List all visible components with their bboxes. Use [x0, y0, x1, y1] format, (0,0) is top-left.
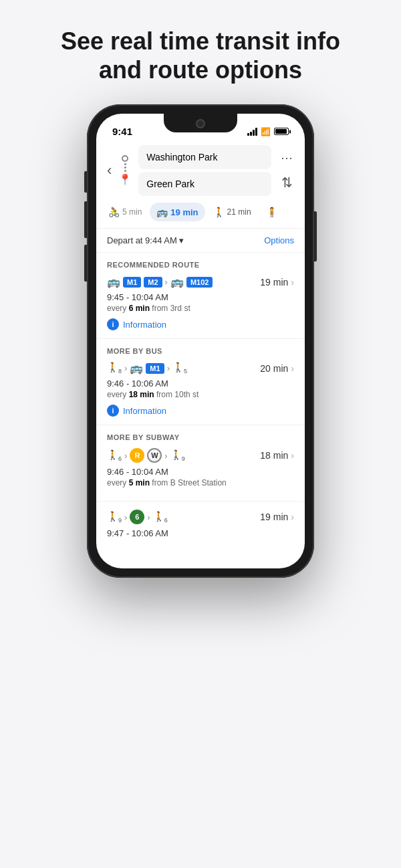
walk-sub-5: 9: [118, 517, 122, 524]
phone-mockup: 9:41 📶 ‹: [87, 104, 314, 578]
connector-dot2: [124, 167, 126, 169]
signal-icon: [247, 128, 257, 136]
badge-m1: M1: [123, 277, 141, 288]
phone-shell: 9:41 📶 ‹: [87, 104, 314, 578]
connector-dot3: [124, 170, 126, 172]
bus-tab-icon: 🚌: [156, 207, 168, 217]
route-arrow-5: ›: [164, 451, 167, 461]
transport-tabs: 🚴 5 min 🚌 19 min 🚶 21 min 🧍: [96, 196, 305, 229]
destination-pin: 📍: [118, 173, 132, 186]
search-actions: ⋯ ⇅: [275, 148, 298, 193]
recommended-info-label: Information: [123, 320, 166, 330]
chevron-icon-1: ›: [291, 277, 294, 288]
status-time: 9:41: [112, 126, 132, 137]
badge-w: W: [147, 448, 162, 463]
more-bus-duration: 20 min ›: [260, 363, 294, 374]
search-fields: [138, 145, 271, 196]
more-subway-freq: every 5 min from B Street Station: [107, 478, 294, 487]
route-arrow-6: ›: [124, 512, 127, 522]
connector-dot1: [124, 163, 126, 165]
tab-bike-label: 5 min: [122, 207, 142, 217]
more-subway-route-row[interactable]: 🚶6 › R W › 🚶9 18 min ›: [107, 448, 294, 463]
more-subway-section: MORE BY SUBWAY 🚶6 › R W › 🚶9 18 min ›: [96, 425, 305, 502]
route-arrow-3: ›: [167, 363, 170, 373]
more-bus-info-link[interactable]: i Information: [107, 405, 294, 417]
search-area: ‹ 📍 ⋯ ⇅: [96, 141, 305, 196]
phone-screen: 9:41 📶 ‹: [96, 114, 305, 568]
walk-icon-1: 🚶8: [107, 362, 122, 374]
walk-sub-4: 9: [182, 455, 185, 462]
bottom-route-times: 9:47 - 10:06 AM: [107, 528, 294, 538]
swap-button[interactable]: ⇅: [279, 172, 295, 193]
more-subway-icons: 🚶6 › R W › 🚶9: [107, 448, 185, 463]
info-icon-1: i: [107, 318, 119, 330]
more-subway-label: MORE BY SUBWAY: [107, 433, 294, 441]
walk-sub-3: 6: [118, 455, 122, 462]
route-connector: 📍: [118, 155, 132, 186]
page-headline: See real time transit info and route opt…: [34, 0, 367, 104]
walk-icon-2: 🚶5: [172, 362, 187, 374]
back-button[interactable]: ‹: [104, 159, 114, 182]
recommended-duration: 19 min ›: [260, 277, 294, 288]
walk-icon-6: 🚶6: [153, 511, 168, 524]
depart-time[interactable]: Depart at 9:44 AM ▾: [107, 235, 184, 245]
more-bus-route-row[interactable]: 🚶8 › 🚌 M1 › 🚶5 20 min ›: [107, 362, 294, 374]
tab-walk-label: 21 min: [227, 207, 251, 217]
bottom-route-section: 🚶9 › 6 › 🚶6 19 min › 9:47 - 10:06 AM: [96, 502, 305, 548]
origin-input[interactable]: [138, 145, 271, 169]
tab-walk[interactable]: 🚶 21 min: [207, 203, 258, 221]
origin-dot: [122, 155, 128, 162]
bottom-route-duration: 19 min ›: [260, 512, 294, 522]
bus-icon-1: 🚌: [107, 276, 120, 288]
walk-sub-6: 6: [164, 517, 168, 524]
status-icons: 📶: [247, 127, 289, 136]
walk-icon-5: 🚶9: [107, 511, 122, 524]
destination-input[interactable]: [138, 172, 271, 196]
battery-icon: [274, 128, 289, 135]
bike-icon: 🚴: [108, 207, 120, 217]
badge-m102: M102: [186, 277, 213, 288]
bottom-route-row[interactable]: 🚶9 › 6 › 🚶6 19 min ›: [107, 510, 294, 524]
badge-bus-m1: M1: [146, 363, 164, 374]
more-subway-times: 9:46 - 10:04 AM: [107, 467, 294, 477]
walk-tab-icon: 🚶: [213, 207, 225, 217]
walk-sub-2: 5: [184, 368, 187, 374]
chevron-icon-4: ›: [291, 512, 294, 522]
badge-m2: M2: [144, 277, 162, 288]
recommended-route-section: RECOMMENDED ROUTE 🚌 M1 M2 › 🚌 M102 19 mi…: [96, 253, 305, 339]
wifi-icon: 📶: [261, 127, 271, 136]
recommended-freq: every 6 min from 3rd st: [107, 304, 294, 313]
route-arrow-7: ›: [147, 512, 150, 522]
recommended-route-row[interactable]: 🚌 M1 M2 › 🚌 M102 19 min ›: [107, 276, 294, 288]
tab-other[interactable]: 🧍: [259, 203, 284, 221]
phone-notch: [164, 114, 237, 132]
options-link[interactable]: Options: [264, 235, 294, 245]
tab-bike[interactable]: 🚴 5 min: [102, 203, 148, 221]
badge-r: R: [130, 448, 144, 463]
more-bus-icons: 🚶8 › 🚌 M1 › 🚶5: [107, 362, 187, 374]
more-bus-freq-bold: 18 min: [129, 390, 154, 399]
more-subway-duration: 18 min ›: [260, 450, 294, 461]
more-bus-freq: every 18 min from 10th st: [107, 390, 294, 399]
bus-icon-3: 🚌: [130, 362, 143, 374]
more-bus-label: MORE BY BUS: [107, 347, 294, 355]
walk-icon-3: 🚶6: [107, 449, 122, 462]
more-options-button[interactable]: ⋯: [275, 148, 298, 168]
recommended-times: 9:45 - 10:04 AM: [107, 292, 294, 302]
walk-icon-4: 🚶9: [170, 449, 185, 462]
badge-6: 6: [130, 510, 144, 524]
more-bus-times: 9:46 - 10:06 AM: [107, 378, 294, 389]
other-tab-icon: 🧍: [266, 207, 277, 217]
recommended-freq-bold: 6 min: [129, 304, 150, 313]
tab-transit-label: 19 min: [170, 207, 198, 217]
tab-transit[interactable]: 🚌 19 min: [150, 203, 205, 221]
bottom-route-icons: 🚶9 › 6 › 🚶6: [107, 510, 168, 524]
recommended-info-link[interactable]: i Information: [107, 318, 294, 330]
recommended-icons: 🚌 M1 M2 › 🚌 M102: [107, 276, 213, 288]
route-arrow-4: ›: [124, 451, 127, 461]
side-button-power: [314, 211, 317, 261]
walk-sub-1: 8: [118, 368, 122, 374]
chevron-icon-3: ›: [291, 450, 294, 461]
route-arrow-2: ›: [124, 363, 127, 373]
more-bus-info-label: Information: [123, 406, 166, 416]
